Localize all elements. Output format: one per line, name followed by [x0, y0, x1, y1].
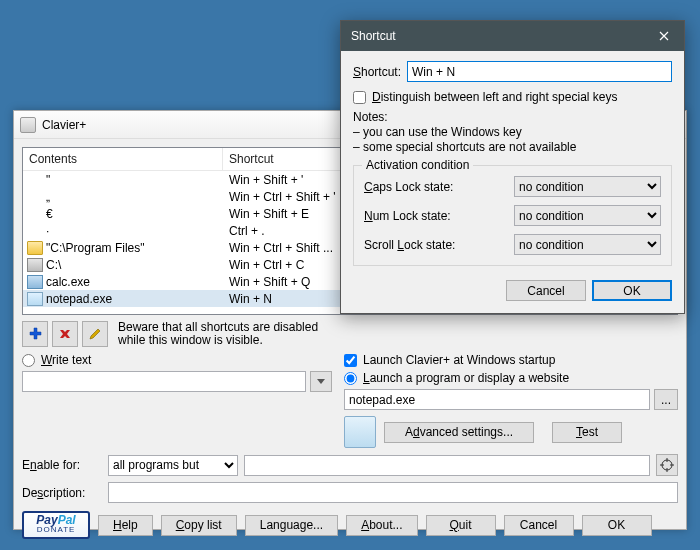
dialog-title: Shortcut — [351, 29, 396, 43]
note-icon — [27, 292, 43, 306]
crosshair-icon — [660, 458, 674, 472]
write-text-menu-button[interactable] — [310, 371, 332, 392]
dialog-close-button[interactable] — [644, 21, 684, 51]
copy-list-button[interactable]: Copy list — [161, 515, 237, 536]
write-text-input[interactable] — [22, 371, 306, 392]
notes-block: Notes: – you can use the Windows key – s… — [353, 110, 672, 155]
advanced-settings-button[interactable]: Advanced settings... — [384, 422, 534, 443]
dialog-titlebar[interactable]: Shortcut — [341, 21, 684, 51]
donate-button[interactable]: PayPal DONATE — [22, 511, 90, 539]
pencil-icon — [88, 327, 102, 341]
close-icon — [659, 31, 669, 41]
launch-program-label[interactable]: Launch a program or display a website — [363, 371, 569, 385]
shortcut-dialog: Shortcut Shortcut: Distinguish between l… — [340, 20, 685, 314]
folder-icon — [27, 241, 43, 255]
dialog-cancel-button[interactable]: Cancel — [506, 280, 586, 301]
row-contents: C:\ — [46, 258, 223, 272]
edit-button[interactable] — [82, 321, 108, 347]
shortcut-field-label: Shortcut: — [353, 65, 401, 79]
caps-lock-label: Caps Lock state: — [364, 180, 514, 194]
row-contents: · — [46, 224, 223, 238]
main-ok-button[interactable]: OK — [582, 515, 652, 536]
app-title: Clavier+ — [42, 118, 86, 132]
launch-program-radio[interactable] — [344, 372, 357, 385]
help-button[interactable]: Help — [98, 515, 153, 536]
blank-icon — [27, 224, 43, 238]
test-button[interactable]: Test — [552, 422, 622, 443]
row-contents: "C:\Program Files" — [46, 241, 223, 255]
program-icon — [344, 416, 376, 448]
num-lock-label: Num Lock state: — [364, 209, 514, 223]
blank-icon — [27, 190, 43, 204]
quit-button[interactable]: Quit — [426, 515, 496, 536]
scroll-lock-combo[interactable]: no condition — [514, 234, 661, 255]
num-lock-combo[interactable]: no condition — [514, 205, 661, 226]
about-button[interactable]: About... — [346, 515, 417, 536]
row-contents: „ — [46, 190, 223, 204]
add-button[interactable] — [22, 321, 48, 347]
enable-for-combo[interactable]: all programs but — [108, 455, 238, 476]
blank-icon — [27, 173, 43, 187]
row-contents: " — [46, 173, 223, 187]
main-cancel-button[interactable]: Cancel — [504, 515, 574, 536]
enable-for-input[interactable] — [244, 455, 650, 476]
browse-button[interactable]: ... — [654, 389, 678, 410]
language-button[interactable]: Language... — [245, 515, 338, 536]
chevron-down-icon — [317, 379, 325, 385]
group-legend: Activation condition — [362, 158, 473, 172]
col-contents[interactable]: Contents — [23, 148, 223, 170]
row-contents: calc.exe — [46, 275, 223, 289]
blank-icon — [27, 207, 43, 221]
dialog-ok-button[interactable]: OK — [592, 280, 672, 301]
description-label: Description: — [22, 486, 102, 500]
delete-button[interactable] — [52, 321, 78, 347]
description-input[interactable] — [108, 482, 678, 503]
enable-for-label: Enable for: — [22, 458, 102, 472]
scroll-lock-label: Scroll Lock state: — [364, 238, 514, 252]
plus-icon — [28, 327, 42, 341]
activation-condition-group: Activation condition Caps Lock state: no… — [353, 165, 672, 266]
write-text-label[interactable]: Write text — [41, 353, 91, 367]
distinguish-checkbox[interactable] — [353, 91, 366, 104]
app-icon — [20, 117, 36, 133]
write-text-radio[interactable] — [22, 354, 35, 367]
window-picker-button[interactable] — [656, 454, 678, 476]
warning-text: Beware that all shortcuts are disabled w… — [118, 321, 318, 347]
row-contents: notepad.exe — [46, 292, 223, 306]
row-contents: € — [46, 207, 223, 221]
shortcut-input[interactable] — [407, 61, 672, 82]
command-input[interactable] — [344, 389, 650, 410]
caps-lock-combo[interactable]: no condition — [514, 176, 661, 197]
x-icon — [58, 327, 72, 341]
calc-icon — [27, 275, 43, 289]
distinguish-label[interactable]: Distinguish between left and right speci… — [372, 90, 617, 104]
launch-startup-checkbox[interactable] — [344, 354, 357, 367]
drive-icon — [27, 258, 43, 272]
launch-startup-label[interactable]: Launch Clavier+ at Windows startup — [363, 353, 555, 367]
